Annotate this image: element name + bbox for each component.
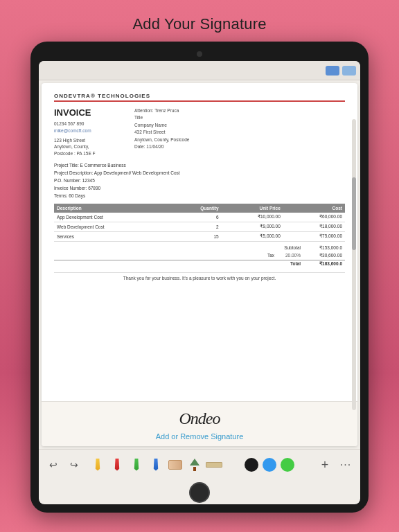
scroll-indicator	[352, 119, 356, 409]
row1-cost: ₹60,000.00	[283, 213, 345, 222]
pen-yellow-button[interactable]	[89, 456, 107, 474]
color-green-button[interactable]	[281, 458, 294, 472]
doc-top-row: INVOICE 01234 567 890 mike@comcft.com 12…	[54, 107, 345, 157]
color-blue-button[interactable]	[263, 458, 276, 472]
tree-tool-button[interactable]	[186, 456, 204, 474]
doc-project-desc: Project Description: App Development/ We…	[54, 169, 345, 177]
subtotal-value: ₹153,000.0	[306, 245, 342, 251]
ruler-icon	[206, 462, 222, 468]
row3-desc: Services	[54, 231, 170, 241]
col-description: Description	[54, 204, 170, 213]
toolbar-color-group	[245, 458, 294, 472]
doc-date: Date: 11/04/20	[134, 143, 189, 150]
doc-invoice-title: INVOICE	[54, 107, 123, 118]
undo-button[interactable]: ↩	[44, 456, 62, 474]
toolbar-icon-2[interactable]	[342, 66, 356, 76]
row1-desc: App Development Cost	[54, 213, 170, 222]
table-body: App Development Cost 6 ₹10,000.00 ₹60,00…	[54, 213, 345, 242]
doc-terms: Terms: 60 Days	[54, 192, 345, 200]
more-button[interactable]: ···	[337, 456, 355, 474]
scroll-thumb[interactable]	[352, 177, 356, 250]
undo-icon: ↩	[49, 459, 57, 470]
row3-qty: 15	[170, 231, 222, 241]
tax-label: Tax	[247, 253, 274, 258]
col-quantity: Quantity	[170, 204, 222, 213]
pen-green-icon	[134, 459, 139, 471]
table-row: App Development Cost 6 ₹10,000.00 ₹60,00…	[54, 213, 345, 222]
toolbar-left-group: ↩ ↪	[44, 456, 223, 474]
home-button-area	[39, 479, 360, 504]
pen-group	[89, 456, 223, 474]
table-row: Web Development Cost 2 ₹9,000.00 ₹18,000…	[54, 222, 345, 231]
total-row: Total ₹183,600.0	[54, 260, 345, 268]
row2-unit: ₹9,000.00	[222, 222, 283, 231]
tax-value: ₹30,600.00	[306, 253, 342, 258]
pen-yellow-icon	[95, 459, 100, 471]
pen-red-button[interactable]	[108, 456, 126, 474]
total-value: ₹183,600.0	[306, 261, 342, 267]
row2-cost: ₹18,000.00	[283, 222, 345, 231]
doc-phone: 01234 567 890	[54, 121, 123, 127]
eraser-icon	[168, 460, 182, 470]
doc-email: mike@comcft.com	[54, 127, 123, 134]
doc-title: Title	[134, 114, 189, 121]
plus-icon: +	[321, 459, 329, 471]
signature-image: Ondeo	[179, 406, 220, 431]
document-area: ONDEVTRA® TECHNOLOGIES INVOICE 01234 567…	[42, 83, 357, 446]
add-remove-signature-button[interactable]: Add or Remove Signature	[156, 431, 244, 442]
row2-qty: 2	[170, 222, 222, 231]
tablet-frame: ONDEVTRA® TECHNOLOGIES INVOICE 01234 567…	[30, 42, 369, 513]
doc-company-address: 432 First Street	[134, 129, 189, 136]
doc-city: Anytown, County,	[54, 143, 123, 150]
tree-icon	[188, 459, 201, 471]
table-header-row: Description Quantity Unit Price Cost	[54, 204, 345, 213]
document-content: ONDEVTRA® TECHNOLOGIES INVOICE 01234 567…	[42, 83, 357, 401]
ruler-button[interactable]	[205, 456, 223, 474]
pen-blue-button[interactable]	[147, 456, 165, 474]
doc-right: Attention: Trenz Pruca Title Company Nam…	[134, 107, 189, 157]
subtotal-row: Subtotal ₹153,000.0	[54, 245, 345, 252]
doc-postcode: Postcode : PA 15E F	[54, 150, 123, 157]
tablet-camera	[197, 51, 202, 57]
doc-company: ONDEVTRA® TECHNOLOGIES	[54, 93, 150, 99]
table-head: Description Quantity Unit Price Cost	[54, 204, 345, 213]
thank-you-text: Thank you for your business. It's a plea…	[54, 272, 345, 281]
doc-totals: Subtotal ₹153,000.0 Tax 20.00% ₹30,600.0…	[54, 245, 345, 268]
redo-icon: ↪	[70, 459, 78, 470]
eraser-button[interactable]	[166, 456, 184, 474]
home-button[interactable]	[189, 482, 210, 503]
pen-blue-icon	[153, 459, 159, 471]
doc-company-city: Anytown, County, Postcode	[134, 136, 189, 143]
table-row: Services 15 ₹5,000.00 ₹75,000.00	[54, 231, 345, 241]
redo-button[interactable]: ↪	[65, 456, 83, 474]
col-cost: Cost	[283, 204, 345, 213]
doc-company-name: Company Name	[134, 122, 189, 129]
doc-invoice-num: Invoice Number: 67890	[54, 184, 345, 192]
doc-left: INVOICE 01234 567 890 mike@comcft.com 12…	[54, 107, 123, 157]
more-icon: ···	[340, 459, 351, 470]
tax-row: Tax 20.00% ₹30,600.00	[54, 252, 345, 260]
add-button[interactable]: +	[316, 456, 334, 474]
row1-qty: 6	[170, 213, 222, 222]
pen-green-button[interactable]	[127, 456, 145, 474]
doc-street: 123 High Street	[54, 137, 123, 144]
toolbar-icon-1[interactable]	[326, 66, 339, 76]
tax-percent: 20.00%	[280, 253, 301, 258]
invoice-table: Description Quantity Unit Price Cost App…	[54, 204, 345, 242]
doc-header-line: ONDEVTRA® TECHNOLOGIES	[54, 93, 345, 102]
doc-attention: Attention: Trenz Pruca	[134, 107, 189, 114]
page-title: Add Your Signature	[132, 0, 266, 42]
row2-desc: Web Development Cost	[54, 222, 170, 231]
row1-unit: ₹10,000.00	[222, 213, 283, 222]
signature-area: Ondeo Add or Remove Signature	[42, 401, 357, 446]
tablet-screen: ONDEVTRA® TECHNOLOGIES INVOICE 01234 567…	[39, 61, 360, 504]
doc-po: P.O. Number: 12345	[54, 177, 345, 184]
col-unit-price: Unit Price	[222, 204, 283, 213]
color-black-button[interactable]	[245, 458, 258, 472]
doc-project-title: Project Title: E Commerce Business	[54, 161, 345, 169]
toolbar-right-group: + ···	[316, 456, 355, 474]
total-label: Total	[273, 261, 301, 267]
bottom-toolbar: ↩ ↪	[39, 449, 360, 479]
screen-toolbar-top	[39, 61, 360, 80]
subtotal-label: Subtotal	[273, 245, 301, 251]
